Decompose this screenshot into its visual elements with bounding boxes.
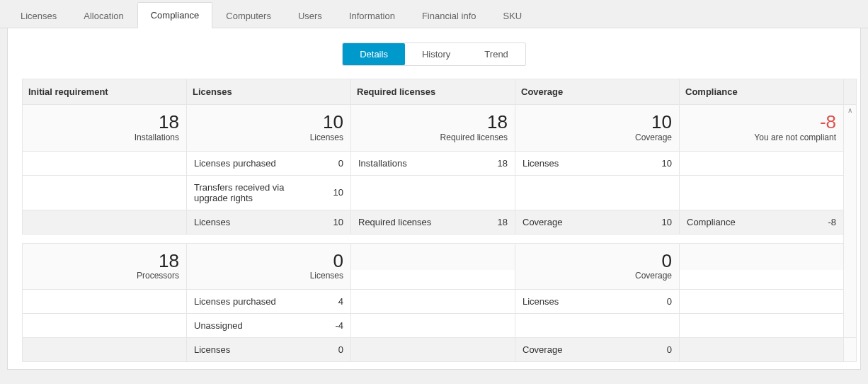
col-licenses[interactable]: Licenses — [187, 79, 351, 105]
coverage-value: 10 — [522, 112, 672, 132]
detail-label: Transfers received via upgrade rights — [194, 182, 322, 203]
tab-compliance[interactable]: Compliance — [137, 2, 213, 28]
subtab-details[interactable]: Details — [343, 43, 405, 65]
col-compliance[interactable]: Compliance — [680, 79, 844, 105]
vertical-scrollbar[interactable]: ∧ — [844, 105, 857, 338]
detail-row: Transfers received via upgrade rights 10 — [23, 175, 857, 210]
licenses-label: Licenses — [194, 271, 343, 281]
detail-label: Licenses — [522, 158, 651, 169]
detail-label: Installations — [358, 158, 486, 169]
detail-value: 10 — [651, 158, 672, 169]
tab-computers[interactable]: Computers — [212, 3, 285, 28]
detail-label: Unassigned — [194, 320, 322, 331]
vertical-scrollbar[interactable] — [844, 338, 857, 362]
sub-tabs: Details History Trend — [342, 43, 526, 66]
total-label: Licenses — [194, 344, 322, 355]
total-label: Coverage — [522, 344, 651, 355]
total-row: Licenses 10 Required licenses 18 — [23, 210, 857, 234]
col-required[interactable]: Required licenses — [351, 79, 515, 105]
total-value: 10 — [322, 217, 343, 227]
summary-row-processors: 18 Processors 0 Licenses — [23, 243, 857, 290]
detail-row: Licenses purchased 4 Licenses 0 — [23, 290, 857, 314]
total-label: Compliance — [687, 217, 815, 227]
tab-information[interactable]: Information — [336, 3, 409, 28]
detail-row: Unassigned -4 — [23, 314, 857, 338]
initial-label: Processors — [30, 271, 179, 281]
required-label: Required licenses — [358, 132, 508, 142]
coverage-label: Coverage — [522, 132, 672, 142]
licenses-label: Licenses — [194, 132, 343, 142]
compliance-value: -8 — [687, 112, 836, 132]
summary-row-installations: 18 Installations 10 Licenses — [23, 105, 857, 152]
compliance-grid: Initial requirement Licenses Required li… — [22, 79, 857, 362]
tab-financial[interactable]: Financial info — [409, 3, 490, 28]
total-value: 18 — [486, 217, 508, 227]
scroll-gutter-header — [844, 79, 857, 105]
detail-value: 0 — [651, 296, 672, 307]
col-initial[interactable]: Initial requirement — [23, 79, 187, 105]
total-value: 0 — [651, 344, 672, 355]
detail-label: Licenses purchased — [194, 158, 322, 169]
initial-value: 18 — [30, 251, 179, 271]
coverage-value: 0 — [522, 251, 672, 271]
coverage-label: Coverage — [522, 271, 672, 281]
detail-value: 4 — [322, 296, 343, 307]
main-tabs: Licenses Allocation Compliance Computers… — [0, 0, 868, 28]
subtab-trend[interactable]: Trend — [467, 43, 525, 65]
detail-label: Licenses purchased — [194, 296, 322, 307]
total-label: Required licenses — [358, 217, 486, 227]
licenses-value: 10 — [194, 112, 343, 132]
detail-value: 18 — [486, 158, 508, 169]
total-label: Licenses — [194, 217, 322, 227]
licenses-value: 0 — [194, 251, 343, 271]
tab-users[interactable]: Users — [285, 3, 336, 28]
compliance-label: You are not compliant — [687, 132, 836, 142]
total-value: -8 — [815, 217, 836, 227]
total-value: 0 — [322, 344, 343, 355]
required-value: 18 — [358, 112, 508, 132]
total-label: Coverage — [522, 217, 651, 227]
col-coverage[interactable]: Coverage — [515, 79, 680, 105]
content-panel: Details History Trend Initial requiremen… — [7, 28, 861, 370]
detail-value: -4 — [322, 320, 343, 331]
initial-label: Installations — [30, 132, 179, 142]
subtab-history[interactable]: History — [405, 43, 467, 65]
total-row: Licenses 0 Coverage 0 — [23, 338, 857, 362]
scroll-up-icon[interactable]: ∧ — [844, 106, 856, 114]
tab-licenses[interactable]: Licenses — [7, 3, 70, 28]
detail-value: 0 — [322, 158, 343, 169]
detail-value: 10 — [322, 187, 343, 198]
initial-value: 18 — [30, 112, 179, 132]
total-value: 10 — [651, 217, 672, 227]
tab-allocation[interactable]: Allocation — [70, 3, 137, 28]
detail-row: Licenses purchased 0 Installations 18 — [23, 151, 857, 175]
detail-label: Licenses — [522, 296, 651, 307]
tab-sku[interactable]: SKU — [490, 3, 536, 28]
